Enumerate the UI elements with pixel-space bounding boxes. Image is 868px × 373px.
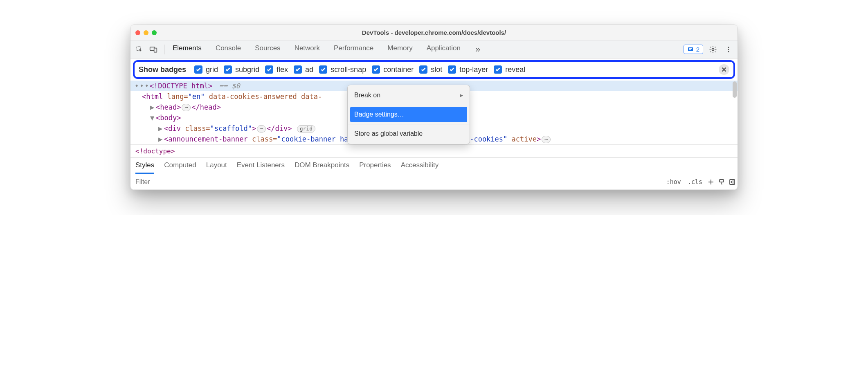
minimize-window-button[interactable] <box>144 30 148 35</box>
collapse-caret-icon[interactable]: ▼ <box>150 112 155 123</box>
svg-point-4 <box>712 48 714 50</box>
titlebar: DevTools - developer.chrome.com/docs/dev… <box>130 25 738 40</box>
badge-checkbox-ad[interactable]: ad <box>294 65 313 74</box>
panel-tabs: Elements Console Sources Network Perform… <box>171 44 678 55</box>
context-menu-badge-settings[interactable]: Badge settings… <box>350 107 467 122</box>
ellipsis-pill[interactable]: ⋯ <box>257 125 266 133</box>
context-menu-break-on[interactable]: Break on ▸ <box>348 88 470 103</box>
device-toggle-icon[interactable] <box>148 44 159 55</box>
styles-filter-row: :hov .cls <box>130 174 738 190</box>
kebab-menu-icon[interactable] <box>723 44 734 55</box>
svg-rect-8 <box>720 180 724 182</box>
badge-checkbox-reveal[interactable]: reveal <box>494 65 525 74</box>
styles-panel-tabs: Styles Computed Layout Event Listeners D… <box>130 158 738 174</box>
window-title: DevTools - developer.chrome.com/docs/dev… <box>130 29 738 36</box>
dom-tree[interactable]: •••<!DOCTYPE html> == $0 <html lang="en"… <box>130 81 738 144</box>
svg-point-6 <box>728 49 729 50</box>
tab-application[interactable]: Application <box>425 44 462 55</box>
badge-checkbox-subgrid[interactable]: subgrid <box>224 65 259 74</box>
svg-rect-2 <box>154 48 157 52</box>
toolbar-separator <box>164 45 164 54</box>
tab-elements[interactable]: Elements <box>171 44 203 55</box>
close-window-button[interactable] <box>135 30 140 35</box>
svg-point-5 <box>728 47 729 48</box>
context-menu-separator <box>348 105 470 105</box>
inspect-element-icon[interactable] <box>134 44 145 55</box>
svg-rect-3 <box>688 47 693 51</box>
styles-tab-accessibility[interactable]: Accessibility <box>401 161 439 174</box>
paint-brush-icon[interactable] <box>716 179 727 185</box>
tab-sources[interactable]: Sources <box>253 44 282 55</box>
traffic-lights <box>135 30 157 35</box>
badge-settings-bar: Show badges grid subgrid flex ad scroll-… <box>133 60 735 79</box>
styles-tab-layout[interactable]: Layout <box>206 161 227 174</box>
expand-caret-icon[interactable]: ▶ <box>150 102 155 112</box>
scrollbar-thumb[interactable] <box>733 81 737 98</box>
ellipsis-icon: ••• <box>135 82 150 90</box>
cls-button[interactable]: .cls <box>684 178 706 186</box>
expand-caret-icon[interactable]: ▶ <box>158 134 163 144</box>
styles-tab-dom-breakpoints[interactable]: DOM Breakpoints <box>295 161 349 174</box>
gear-icon[interactable] <box>707 44 719 55</box>
badge-checkbox-grid[interactable]: grid <box>194 65 218 74</box>
tab-network[interactable]: Network <box>293 44 322 55</box>
show-badges-label: Show badges <box>139 65 186 74</box>
toggle-sidebar-icon[interactable] <box>727 179 738 185</box>
close-badge-settings-button[interactable] <box>719 64 729 75</box>
badge-checkbox-flex[interactable]: flex <box>265 65 288 74</box>
badge-checkbox-top-layer[interactable]: top-layer <box>448 65 488 74</box>
ellipsis-pill[interactable]: ⋯ <box>542 136 551 143</box>
styles-tab-properties[interactable]: Properties <box>359 161 391 174</box>
context-menu-separator <box>348 124 470 124</box>
main-toolbar: Elements Console Sources Network Perform… <box>130 40 738 58</box>
issues-count: 2 <box>696 46 699 53</box>
tab-performance[interactable]: Performance <box>332 44 375 55</box>
tab-console[interactable]: Console <box>214 44 243 55</box>
chevron-right-icon: ▸ <box>460 90 463 101</box>
selected-node-marker: == $0 <box>219 82 240 90</box>
styles-tab-computed[interactable]: Computed <box>164 161 196 174</box>
styles-filter-input[interactable] <box>130 178 663 186</box>
expand-caret-icon[interactable]: ▶ <box>158 123 163 134</box>
badge-checkbox-container[interactable]: container <box>372 65 414 74</box>
grid-badge[interactable]: grid <box>297 125 315 133</box>
hov-button[interactable]: :hov <box>663 178 684 186</box>
badge-checkbox-slot[interactable]: slot <box>419 65 442 74</box>
more-tabs-icon[interactable]: » <box>473 44 483 55</box>
styles-tab-styles[interactable]: Styles <box>135 161 154 174</box>
devtools-window: DevTools - developer.chrome.com/docs/dev… <box>130 25 738 190</box>
badge-checkbox-scroll-snap[interactable]: scroll-snap <box>319 65 366 74</box>
svg-point-7 <box>728 51 729 52</box>
new-style-rule-icon[interactable] <box>706 179 716 185</box>
tab-memory[interactable]: Memory <box>386 44 414 55</box>
ellipsis-pill[interactable]: ⋯ <box>182 104 191 111</box>
context-menu-store-global[interactable]: Store as global variable <box>348 126 470 142</box>
toolbar-right: 2 <box>684 44 734 55</box>
maximize-window-button[interactable] <box>152 30 157 35</box>
styles-tab-event-listeners[interactable]: Event Listeners <box>237 161 285 174</box>
breadcrumb[interactable]: <!doctype> <box>130 144 738 158</box>
context-menu: Break on ▸ Badge settings… Store as glob… <box>347 85 470 144</box>
issues-button[interactable]: 2 <box>684 45 703 54</box>
